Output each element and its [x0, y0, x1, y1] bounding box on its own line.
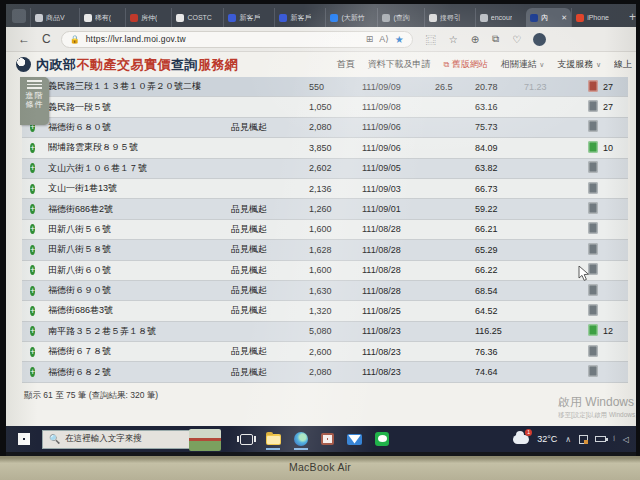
building-detail-icon[interactable]: [588, 182, 598, 194]
nav-old-site[interactable]: ⧉ 舊版網站: [443, 58, 487, 71]
file-explorer-icon[interactable]: [266, 434, 281, 445]
nav-home[interactable]: 首頁: [336, 58, 354, 71]
weather-cloud-icon[interactable]: 1: [513, 435, 529, 444]
table-row[interactable]: + 田新八街６０號 品見楓起 1,600 111/08/28 66.22: [22, 261, 628, 281]
expand-row-button[interactable]: +: [30, 265, 35, 275]
show-hidden-icons-chevron[interactable]: ∧: [565, 435, 572, 444]
title-part: 服務網: [198, 57, 239, 72]
nav-online[interactable]: 線上: [614, 58, 636, 71]
expand-row-button[interactable]: +: [30, 347, 35, 357]
address-cell: 義民路三段１１３巷１０弄２０號二樓: [48, 80, 231, 93]
browser-tab[interactable]: (查詢: [377, 8, 423, 27]
table-row[interactable]: + 福德街６８０號 品見楓起 2,080 111/09/06 75.73: [22, 118, 628, 138]
microsoft-store-icon[interactable]: [321, 433, 334, 445]
back-button[interactable]: ←: [18, 32, 30, 46]
expand-row-button[interactable]: +: [30, 245, 35, 255]
nav-support[interactable]: 支援服務 ∨: [557, 58, 601, 71]
start-button-icon[interactable]: [18, 433, 30, 445]
building-detail-icon[interactable]: [588, 365, 598, 377]
split-screen-icon[interactable]: ⿴: [426, 32, 436, 47]
onedrive-tray-icon[interactable]: [579, 435, 588, 444]
transaction-date-cell: 111/09/06: [354, 143, 425, 153]
building-detail-icon[interactable]: [588, 345, 598, 357]
speaker-icon[interactable]: ◁: [623, 435, 630, 444]
read-aloud-icon[interactable]: A⟩: [379, 34, 389, 44]
expand-row-button[interactable]: +: [30, 163, 35, 173]
table-row[interactable]: + 福德街６９０號 品見楓起 1,630 111/08/28 68.54: [22, 281, 628, 301]
browser-tab[interactable]: 房仲(: [125, 8, 171, 27]
nav-related-links[interactable]: 相關連結 ∨: [501, 58, 545, 71]
new-tab-button[interactable]: +: [629, 10, 636, 24]
building-detail-icon[interactable]: [588, 141, 598, 153]
favorites-icon[interactable]: ☆: [449, 34, 458, 45]
table-row[interactable]: + 福德街６８２號 品見楓起 2,080 111/08/23 74.64: [22, 362, 628, 382]
browser-tab[interactable]: (大新竹: [325, 8, 377, 27]
building-detail-icon[interactable]: [588, 243, 598, 255]
address-bar[interactable]: 🔒 https://lvr.land.moi.gov.tw ⊞ A⟩ ★: [61, 31, 413, 48]
site-header: 內政部不動產交易實價查詢服務網 首頁 資料下載及申請 ⧉ 舊版網站 相關連結 ∨…: [6, 52, 636, 77]
browser-tab[interactable]: encour: [475, 8, 526, 27]
expand-row-button[interactable]: +: [30, 306, 35, 316]
table-row[interactable]: + 田新八街５６號 品見楓起 1,600 111/08/28 66.21: [22, 220, 628, 240]
collections-icon[interactable]: ⊕: [471, 34, 479, 45]
site-title: 內政部不動產交易實價查詢服務網: [36, 56, 239, 74]
line-app-icon[interactable]: [375, 432, 389, 446]
building-detail-icon[interactable]: [588, 100, 598, 112]
nav-download[interactable]: 資料下載及申請: [367, 58, 430, 71]
browser-tab[interactable]: 新客戶: [223, 8, 274, 27]
building-detail-icon[interactable]: [588, 120, 598, 132]
tab-search-icon[interactable]: [12, 9, 26, 23]
table-row[interactable]: + 南平路３５２巷５弄１８號 5,080 111/08/23 116.25 12: [22, 322, 628, 342]
close-tab-icon[interactable]: ✕: [561, 14, 567, 22]
url-text[interactable]: https://lvr.land.moi.gov.tw: [86, 34, 360, 44]
news-widget-thumbnail[interactable]: [189, 429, 221, 451]
translate-icon[interactable]: ⊞: [366, 34, 374, 44]
temperature-label[interactable]: 32°C: [537, 434, 557, 444]
table-row[interactable]: + 福德街６７８號 品見楓起 2,600 111/08/23 76.36: [22, 342, 628, 362]
table-row[interactable]: + 文山一街1巷13號 2,136 111/09/03 66.73: [22, 179, 628, 199]
browser-tab[interactable]: 商品V: [30, 8, 79, 27]
table-row[interactable]: + 關埔路雲東段８９５號 3,850 111/09/06 84.09 10: [22, 138, 628, 158]
advanced-filter-tab[interactable]: 進階條件: [20, 77, 49, 125]
edge-browser-icon[interactable]: [294, 432, 308, 446]
table-row[interactable]: + 福德街686巷2號 品見楓起 1,260 111/09/01 59.22: [22, 199, 628, 219]
table-row[interactable]: + 田新八街５８號 品見楓起 1,628 111/08/28 65.29: [22, 240, 628, 260]
profile-avatar[interactable]: [533, 33, 546, 46]
bookmark-star-icon[interactable]: ★: [395, 34, 404, 45]
expand-row-button[interactable]: +: [30, 326, 35, 336]
expand-row-button[interactable]: +: [30, 143, 35, 153]
browser-tab[interactable]: COSTC: [171, 8, 223, 27]
extensions-icon[interactable]: ⧉: [492, 33, 499, 45]
essentials-icon[interactable]: ♡: [512, 34, 521, 45]
unit-price-cell: 76.36: [469, 347, 520, 357]
task-view-icon[interactable]: [240, 434, 253, 445]
mail-app-icon[interactable]: [347, 434, 362, 445]
browser-tab[interactable]: 搜尋引: [424, 8, 475, 27]
taskbar-search-box[interactable]: 🔍 在這裡輸入文字來搜: [42, 430, 192, 449]
building-detail-icon[interactable]: [588, 202, 598, 214]
expand-row-button[interactable]: +: [30, 224, 35, 234]
browser-tab[interactable]: 稀有(: [79, 8, 125, 27]
table-row[interactable]: + 義民路三段１１３巷１０弄２０號二樓 550 111/09/09 26.5 2…: [22, 77, 628, 97]
table-row[interactable]: + 文山六街１０６巷１７號 2,602 111/09/05 63.82: [22, 159, 628, 179]
expand-row-button[interactable]: +: [30, 286, 35, 296]
browser-tab[interactable]: 新客戶: [274, 8, 325, 27]
table-row[interactable]: + 義民路一段５號 1,050 111/09/08 63.16 27: [22, 97, 628, 117]
tab-favicon: [35, 14, 43, 22]
wifi-icon[interactable]: ⧙: [613, 434, 616, 444]
table-row[interactable]: + 福德街686巷3號 品見楓起 1,320 111/08/25 64.52: [22, 301, 628, 321]
battery-icon[interactable]: [595, 436, 606, 442]
browser-tab[interactable]: iPhone: [571, 8, 623, 27]
building-detail-icon[interactable]: [588, 304, 598, 316]
building-detail-icon[interactable]: [588, 222, 598, 234]
building-detail-icon[interactable]: [588, 324, 598, 336]
building-detail-icon[interactable]: [588, 161, 598, 173]
expand-row-button[interactable]: +: [30, 204, 35, 214]
building-detail-icon[interactable]: [588, 80, 598, 92]
reload-button[interactable]: C: [42, 32, 51, 46]
expand-row-button[interactable]: +: [30, 184, 35, 194]
building-detail-icon[interactable]: [588, 284, 598, 296]
tab-favicon: [382, 14, 390, 22]
expand-row-button[interactable]: +: [30, 367, 35, 377]
browser-tab[interactable]: 內 ✕: [526, 8, 571, 27]
